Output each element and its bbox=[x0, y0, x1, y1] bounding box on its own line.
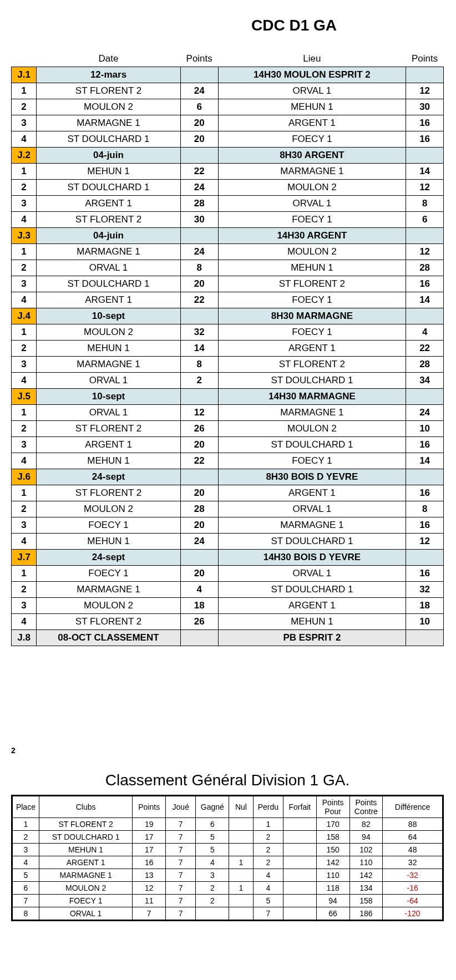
round-id: J.6 bbox=[12, 469, 37, 485]
rank-club: ARGENT 1 bbox=[39, 856, 132, 869]
rank-gagne: 4 bbox=[196, 856, 229, 869]
round-blank-pts2 bbox=[406, 389, 444, 405]
home-team: MEHUN 1 bbox=[37, 341, 181, 357]
away-points: 28 bbox=[406, 357, 444, 373]
match-row: 4ORVAL 12ST DOULCHARD 134 bbox=[12, 373, 444, 389]
away-team: FOECY 1 bbox=[218, 324, 406, 341]
rank-nul bbox=[229, 895, 253, 907]
rank-perdu: 1 bbox=[253, 818, 283, 831]
away-team: ARGENT 1 bbox=[218, 485, 406, 501]
rank-place: 7 bbox=[12, 895, 39, 907]
rank-joue: 7 bbox=[166, 907, 196, 921]
home-points: 8 bbox=[180, 260, 218, 276]
away-team: ST FLORENT 2 bbox=[218, 357, 406, 373]
home-points: 22 bbox=[180, 164, 218, 180]
rank-nul bbox=[229, 831, 253, 844]
match-row: 4MEHUN 124ST DOULCHARD 112 bbox=[12, 534, 444, 550]
away-points: 12 bbox=[406, 534, 444, 550]
rank-contre: 94 bbox=[349, 831, 383, 844]
home-team: ST DOULCHARD 1 bbox=[37, 131, 181, 148]
match-row: 2ST DOULCHARD 124MOULON 212 bbox=[12, 180, 444, 196]
home-team: MARMAGNE 1 bbox=[37, 582, 181, 598]
home-points: 28 bbox=[180, 501, 218, 517]
match-row: 3ST DOULCHARD 120ST FLORENT 216 bbox=[12, 276, 444, 292]
home-team: ST FLORENT 2 bbox=[37, 212, 181, 228]
rank-club: ST DOULCHARD 1 bbox=[39, 831, 132, 844]
rank-forfait bbox=[283, 831, 316, 844]
rank-forfait bbox=[283, 882, 316, 895]
home-points: 14 bbox=[180, 341, 218, 357]
home-points: 4 bbox=[180, 582, 218, 598]
match-num: 2 bbox=[12, 99, 37, 115]
rank-joue: 7 bbox=[166, 831, 196, 844]
home-points: 20 bbox=[180, 566, 218, 582]
match-num: 4 bbox=[12, 453, 37, 469]
match-num: 2 bbox=[12, 421, 37, 437]
ranking-row: 8ORVAL 177766186-120 bbox=[12, 907, 443, 921]
match-num: 1 bbox=[12, 485, 37, 501]
home-team: ST FLORENT 2 bbox=[37, 83, 181, 99]
rank-points: 19 bbox=[133, 818, 166, 831]
rank-diff: 32 bbox=[383, 856, 443, 869]
round-date: 10-sept bbox=[37, 308, 181, 324]
match-row: 2ORVAL 18MEHUN 128 bbox=[12, 260, 444, 276]
away-points: 14 bbox=[406, 453, 444, 469]
rank-diff: -64 bbox=[383, 895, 443, 907]
rank-forfait bbox=[283, 856, 316, 869]
match-row: 1ORVAL 112MARMAGNE 124 bbox=[12, 405, 444, 421]
ranking-row: 3MEHUN 11775215010248 bbox=[12, 844, 443, 856]
rank-points: 17 bbox=[133, 844, 166, 856]
away-team: ST DOULCHARD 1 bbox=[218, 373, 406, 389]
match-num: 3 bbox=[12, 196, 37, 212]
away-points: 14 bbox=[406, 164, 444, 180]
away-team: FOECY 1 bbox=[218, 131, 406, 148]
away-points: 10 bbox=[406, 614, 444, 630]
home-team: ST FLORENT 2 bbox=[37, 421, 181, 437]
rank-joue: 7 bbox=[166, 856, 196, 869]
round-lieu: 14H30 ARGENT bbox=[218, 228, 406, 244]
rank-nul bbox=[229, 907, 253, 921]
match-num: 4 bbox=[12, 534, 37, 550]
rank-nul: 1 bbox=[229, 856, 253, 869]
rank-perdu: 4 bbox=[253, 869, 283, 882]
away-team: FOECY 1 bbox=[218, 212, 406, 228]
match-num: 1 bbox=[12, 244, 37, 260]
rh-place: Place bbox=[12, 796, 39, 818]
main-title: CDC D1 GA bbox=[239, 17, 349, 34]
round-date: 08-OCT CLASSEMENT bbox=[37, 630, 181, 646]
round-id: J.1 bbox=[12, 67, 37, 83]
match-row: 1FOECY 120ORVAL 116 bbox=[12, 566, 444, 582]
home-team: MOULON 2 bbox=[37, 598, 181, 614]
round-lieu: 8H30 ARGENT bbox=[218, 148, 406, 164]
rank-contre: 186 bbox=[349, 907, 383, 921]
away-team: MEHUN 1 bbox=[218, 614, 406, 630]
away-points: 30 bbox=[406, 99, 444, 115]
match-row: 4ARGENT 122FOECY 114 bbox=[12, 292, 444, 308]
home-team: MOULON 2 bbox=[37, 501, 181, 517]
away-team: MOULON 2 bbox=[218, 244, 406, 260]
rank-gagne bbox=[196, 907, 229, 921]
away-points: 32 bbox=[406, 582, 444, 598]
home-points: 24 bbox=[180, 534, 218, 550]
round-blank-pts2 bbox=[406, 469, 444, 485]
rank-points: 16 bbox=[133, 856, 166, 869]
match-num: 4 bbox=[12, 131, 37, 148]
rank-place: 5 bbox=[12, 869, 39, 882]
home-points: 20 bbox=[180, 517, 218, 534]
match-row: 1ST FLORENT 220ARGENT 116 bbox=[12, 485, 444, 501]
match-row: 1MOULON 232FOECY 14 bbox=[12, 324, 444, 341]
match-row: 2MEHUN 114ARGENT 122 bbox=[12, 341, 444, 357]
rank-forfait bbox=[283, 895, 316, 907]
home-points: 24 bbox=[180, 244, 218, 260]
home-team: FOECY 1 bbox=[37, 566, 181, 582]
match-num: 1 bbox=[12, 164, 37, 180]
home-points: 22 bbox=[180, 292, 218, 308]
home-team: ORVAL 1 bbox=[37, 373, 181, 389]
home-points: 28 bbox=[180, 196, 218, 212]
round-lieu: 14H30 MARMAGNE bbox=[218, 389, 406, 405]
ranking-row: 2ST DOULCHARD 1177521589464 bbox=[12, 831, 443, 844]
away-points: 8 bbox=[406, 501, 444, 517]
round-blank-pts bbox=[180, 550, 218, 566]
rank-gagne: 6 bbox=[196, 818, 229, 831]
rank-joue: 7 bbox=[166, 895, 196, 907]
